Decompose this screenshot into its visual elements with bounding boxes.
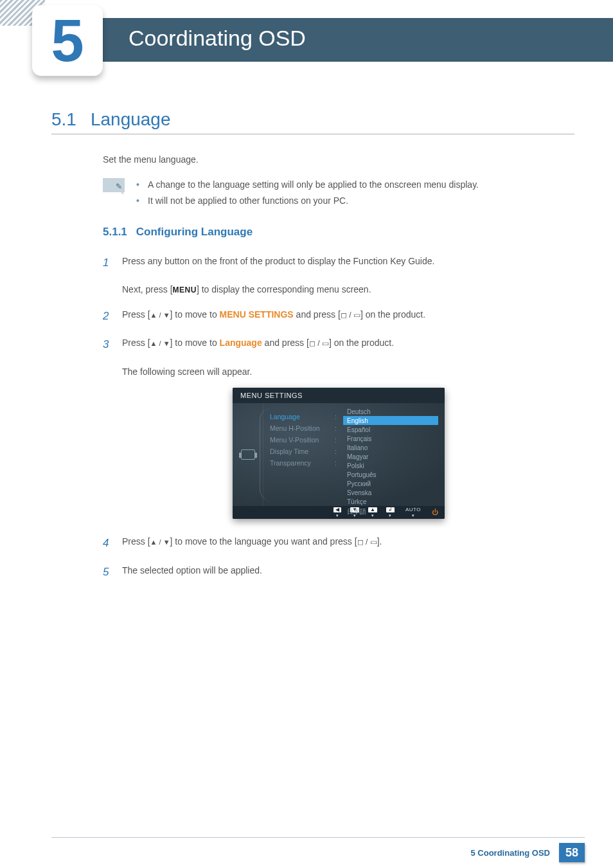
text: ] to display the corresponding menu scre… [197, 284, 371, 294]
section-body: Set the menu language. ✎ A change to the… [103, 152, 574, 583]
osd-nav-left-icon: ◀▾ [333, 507, 341, 518]
up-down-icon: ▲ / ▼ [150, 538, 170, 546]
osd-language-option: 日本語 [343, 506, 438, 517]
osd-left-item: Menu V-Position: [270, 434, 339, 446]
osd-language-option: Italiano [343, 443, 438, 452]
section-heading: 5.1Language [51, 109, 574, 130]
osd-left-list: Language:Menu H-Position:Menu V-Position… [263, 403, 339, 506]
text: ] on the product. [360, 309, 425, 320]
up-down-icon: ▲ / ▼ [150, 339, 170, 347]
text: and press [ [262, 338, 309, 348]
osd-language-option: Português [343, 470, 438, 479]
note-item: A change to the language setting will on… [136, 177, 479, 193]
header-bar [32, 18, 613, 62]
source-enter-icon: ◻ / ▭ [357, 538, 377, 547]
osd-language-option: English [343, 416, 438, 425]
chapter-badge: 5 [32, 5, 103, 76]
osd-left-item: Menu H-Position: [270, 422, 339, 434]
osd-language-option: Polski [343, 461, 438, 470]
osd-screenshot: MENU SETTINGS Language:Menu H-Position:M… [103, 388, 574, 519]
source-enter-icon: ◻ / ▭ [341, 311, 360, 320]
text: ] to move to the language you want and p… [170, 536, 357, 547]
osd-icon-column [233, 403, 263, 506]
osd-language-option: Français [343, 434, 438, 443]
step-5: 5 The selected option will be applied. [103, 562, 574, 583]
osd-left-item: Transparency: [270, 457, 339, 469]
menu-key: MENU [173, 283, 197, 298]
text: ]. [377, 536, 382, 547]
footer: 5 Coordinating OSD 58 [0, 837, 613, 868]
step-3-tail: The following screen will appear. [122, 363, 574, 381]
subsection-heading: 5.1.1Configuring Language [103, 226, 574, 239]
section-rule [51, 134, 574, 134]
step-1-sub: Next, press [MENU] to display the corres… [122, 281, 574, 298]
footer-page-number: 58 [559, 843, 585, 862]
step-number: 3 [103, 334, 113, 355]
subsection-title: Configuring Language [136, 226, 253, 238]
text: Press [ [122, 338, 150, 348]
note-icon: ✎ [103, 178, 125, 192]
keyword-menu-settings: MENU SETTINGS [220, 309, 294, 320]
osd-language-option: Deutsch [343, 407, 438, 416]
text: Next, press [ [122, 284, 173, 294]
content-area: 5.1Language Set the menu language. ✎ A c… [51, 109, 574, 590]
note-item: It will not be applied to other function… [136, 193, 479, 209]
osd-language-option: Türkçe [343, 497, 438, 506]
osd-title: MENU SETTINGS [233, 388, 445, 403]
page-root: 5 Coordinating OSD 5.1Language Set the m… [0, 0, 613, 868]
step-number: 2 [103, 306, 113, 327]
step-1: 1 Press any button on the front of the p… [103, 253, 574, 273]
note-list: A change to the language setting will on… [136, 177, 479, 209]
section-title: Language [91, 109, 171, 129]
step-3: 3 Press [▲ / ▼] to move to Language and … [103, 334, 574, 355]
osd-left-item: Display Time: [270, 446, 339, 457]
section-number: 5.1 [51, 109, 76, 129]
footer-text: 5 Coordinating OSD [471, 848, 551, 858]
step-number: 1 [103, 253, 113, 273]
section-intro: Set the menu language. [103, 152, 574, 168]
source-enter-icon: ◻ / ▭ [309, 339, 329, 348]
keyword-language: Language [220, 338, 262, 348]
osd-language-option: 한국어 [343, 517, 438, 519]
note-block: ✎ A change to the language setting will … [103, 177, 574, 209]
subsection-number: 5.1.1 [103, 226, 127, 238]
text: ] to move to [170, 309, 220, 320]
footer-rule [51, 837, 585, 838]
osd-language-option: Magyar [343, 452, 438, 461]
osd-language-option: Русский [343, 479, 438, 488]
osd-body: Language:Menu H-Position:Menu V-Position… [233, 403, 445, 506]
osd-category-icon [241, 449, 255, 460]
osd-right-list: DeutschEnglishEspañolFrançaisItalianoMag… [339, 403, 445, 506]
step-body: Press [▲ / ▼] to move to Language and pr… [122, 334, 574, 355]
step-body: Press [▲ / ▼] to move to MENU SETTINGS a… [122, 306, 574, 327]
step-2: 2 Press [▲ / ▼] to move to MENU SETTINGS… [103, 306, 574, 327]
text: ] on the product. [329, 338, 394, 348]
text: Press [ [122, 309, 150, 320]
up-down-icon: ▲ / ▼ [150, 311, 170, 319]
text: Press [ [122, 536, 150, 547]
step-body: Press any button on the front of the pro… [122, 253, 574, 273]
osd-language-option: Español [343, 425, 438, 434]
osd-language-option: Svenska [343, 488, 438, 497]
step-number: 5 [103, 562, 113, 583]
text: ] to move to [170, 338, 220, 348]
step-body: The selected option will be applied. [122, 562, 574, 583]
step-number: 4 [103, 533, 113, 554]
step-4: 4 Press [▲ / ▼] to move to the language … [103, 533, 574, 554]
osd-panel: MENU SETTINGS Language:Menu H-Position:M… [233, 388, 445, 519]
chapter-title: Coordinating OSD [129, 26, 306, 51]
step-list: 1 Press any button on the front of the p… [103, 253, 574, 583]
osd-left-item: Language: [270, 411, 339, 422]
chapter-number: 5 [51, 11, 84, 70]
text: and press [ [294, 309, 341, 320]
step-body: Press [▲ / ▼] to move to the language yo… [122, 533, 574, 554]
